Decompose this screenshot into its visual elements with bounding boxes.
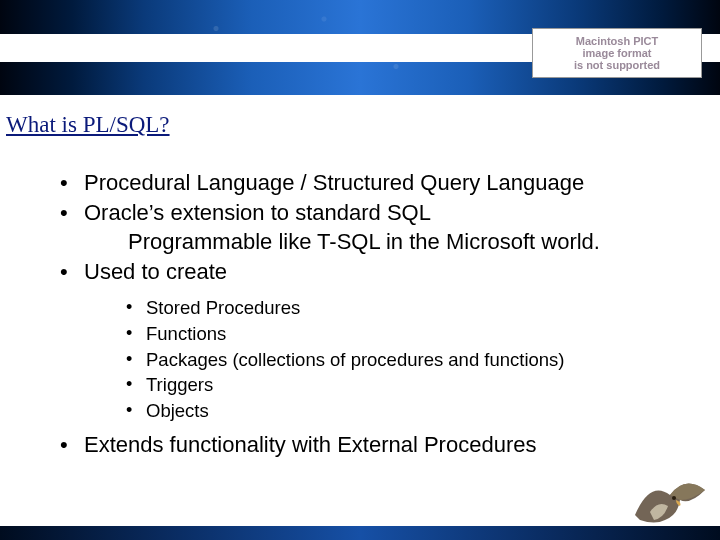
bullet-text: Functions bbox=[146, 323, 226, 344]
list-item: Packages (collections of procedures and … bbox=[120, 347, 672, 373]
list-item: Procedural Language / Structured Query L… bbox=[52, 168, 672, 198]
list-item: Used to create Stored Procedures Functio… bbox=[52, 257, 672, 424]
bullet-text: Extends functionality with External Proc… bbox=[84, 432, 536, 457]
bottom-bar bbox=[0, 526, 720, 540]
eagle-icon bbox=[630, 470, 710, 530]
list-item: Oracle’s extension to standard SQL Progr… bbox=[52, 198, 672, 257]
bullet-text: Oracle’s extension to standard SQL bbox=[84, 200, 431, 225]
bullet-text: Triggers bbox=[146, 374, 213, 395]
slide-content: Procedural Language / Structured Query L… bbox=[52, 168, 672, 460]
list-item: Stored Procedures bbox=[120, 295, 672, 321]
slide-title: What is PL/SQL? bbox=[6, 112, 170, 138]
top-banner: Macintosh PICT image format is not suppo… bbox=[0, 0, 720, 95]
list-item: Extends functionality with External Proc… bbox=[52, 430, 672, 460]
pict-unsupported-box: Macintosh PICT image format is not suppo… bbox=[532, 28, 702, 78]
bullet-text: Procedural Language / Structured Query L… bbox=[84, 170, 584, 195]
list-item: Triggers bbox=[120, 372, 672, 398]
bullet-text: Stored Procedures bbox=[146, 297, 300, 318]
pict-line-3: is not supported bbox=[574, 59, 660, 71]
bullet-list-level2: Stored Procedures Functions Packages (co… bbox=[120, 295, 672, 424]
list-item: Objects bbox=[120, 398, 672, 424]
bullet-list-level1: Procedural Language / Structured Query L… bbox=[52, 168, 672, 460]
bullet-sub-text: Programmable like T-SQL in the Microsoft… bbox=[84, 227, 672, 257]
list-item: Functions bbox=[120, 321, 672, 347]
svg-point-0 bbox=[672, 496, 676, 500]
bullet-text: Objects bbox=[146, 400, 209, 421]
bullet-text: Packages (collections of procedures and … bbox=[146, 349, 565, 370]
pict-line-1: Macintosh PICT bbox=[576, 35, 659, 47]
pict-line-2: image format bbox=[582, 47, 651, 59]
corner-logo bbox=[630, 470, 710, 530]
bullet-text: Used to create bbox=[84, 259, 227, 284]
